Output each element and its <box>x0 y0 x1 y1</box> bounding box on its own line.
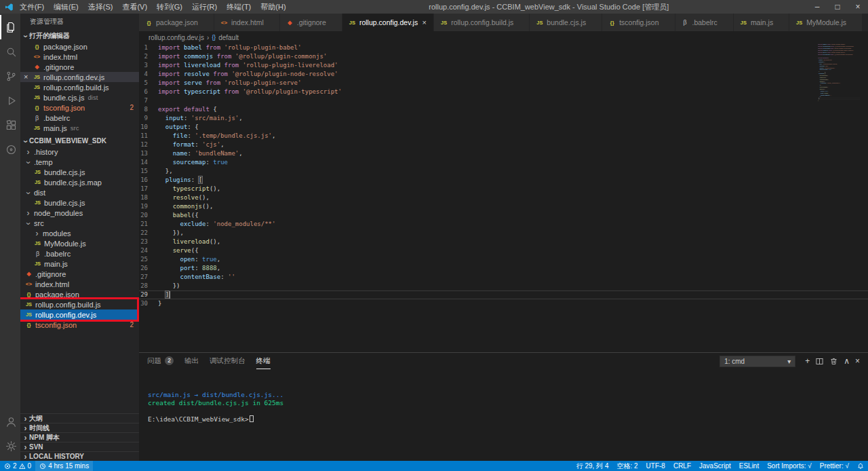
open-editor-.babelrc[interactable]: β.babelrc <box>20 113 139 123</box>
code-line[interactable]: 29 ] <box>139 290 868 299</box>
panel-tab-debug-console[interactable]: 调试控制台 <box>210 353 245 369</box>
maximize-button[interactable]: □ <box>827 0 848 14</box>
activitybar-remote[interactable] <box>0 137 20 162</box>
status-encoding[interactable]: UTF-8 <box>642 461 669 471</box>
minimap[interactable]: import babel from 'rollup-plugin-babel'i… <box>818 43 860 118</box>
open-editor-package.json[interactable]: {}package.json <box>20 41 139 52</box>
code-line[interactable]: 19 commonjs(), <box>139 202 868 211</box>
code-line[interactable]: 13 name: 'bundleName', <box>139 149 868 158</box>
code-line[interactable]: 15 }, <box>139 167 868 176</box>
tab-main.js[interactable]: JSmain.js× <box>734 14 789 31</box>
panel-tab-output[interactable]: 输出 <box>184 353 199 369</box>
code-line[interactable]: 10 output: { <box>139 123 868 132</box>
code-line[interactable]: 12 format: 'cjs', <box>139 140 868 149</box>
status-notifications[interactable] <box>853 461 868 471</box>
code-line[interactable]: 5import serve from 'rollup-plugin-serve' <box>139 79 868 88</box>
code-line[interactable]: 16 plugins: [ <box>139 176 868 185</box>
status-indentation[interactable]: 空格: 2 <box>612 461 642 471</box>
tab-rollup.config.build.js[interactable]: JSrollup.config.build.js× <box>434 14 530 31</box>
tree-item-.temp[interactable]: ›.temp <box>20 157 139 167</box>
code-line[interactable]: 2import commonjs from '@rollup/plugin-co… <box>139 52 868 61</box>
code-line[interactable]: 24 serve({ <box>139 246 868 255</box>
breadcrumb-symbol[interactable]: default <box>218 34 239 41</box>
tab-.gitignore[interactable]: ◆.gitignore× <box>280 14 342 31</box>
tab-.babelrc[interactable]: β.babelrc× <box>675 14 734 31</box>
status-prettier[interactable]: Prettier: √ <box>816 461 853 471</box>
code-line[interactable]: 8export default { <box>139 105 868 114</box>
split-terminal-icon[interactable] <box>815 357 824 366</box>
tree-item-bundle.cjs.js.map[interactable]: JSbundle.cjs.js.map <box>20 177 139 187</box>
tree-item-rollup.config.dev.js[interactable]: JSrollup.config.dev.js <box>20 309 139 320</box>
minimize-button[interactable]: – <box>807 0 827 14</box>
open-editor-.gitignore[interactable]: ◆.gitignore <box>20 62 139 72</box>
tree-item-rollup.config.build.js[interactable]: JSrollup.config.build.js <box>20 299 139 309</box>
sidebar-section-大纲[interactable]: ›大纲 <box>20 413 139 423</box>
sidebar-section-SVN[interactable]: ›SVN <box>20 442 139 451</box>
kill-terminal-icon[interactable] <box>829 357 838 366</box>
tree-item-src[interactable]: ›src <box>20 218 139 228</box>
code-line[interactable]: 21 exclude: 'node_modules/**' <box>139 220 868 229</box>
panel-tab-problems[interactable]: 问题2 <box>147 353 174 369</box>
code-line[interactable]: 28 }) <box>139 282 868 290</box>
breadcrumb-file[interactable]: rollup.config.dev.js <box>149 34 204 41</box>
tab-tsconfig.json[interactable]: {}tsconfig.json× <box>602 14 675 31</box>
menu-item[interactable]: 编辑(E) <box>49 0 83 14</box>
menu-item[interactable]: 终端(T) <box>222 0 256 14</box>
sidebar-section-LOCAL HISTORY[interactable]: ›LOCAL HISTORY <box>20 451 139 461</box>
tree-item-node_modules[interactable]: ›node_modules <box>20 208 139 218</box>
code-line[interactable]: 17 typescript(), <box>139 185 868 193</box>
tree-item-modules[interactable]: ›modules <box>20 228 139 238</box>
code-line[interactable]: 22 }), <box>139 229 868 238</box>
open-editors-header[interactable]: › 打开的编辑器 <box>20 30 139 41</box>
tree-item-bundle.cjs.js[interactable]: JSbundle.cjs.js <box>20 167 139 177</box>
code-line[interactable]: 26 port: 8888, <box>139 264 868 273</box>
code-line[interactable]: 7 <box>139 96 868 105</box>
code-line[interactable]: 1import babel from 'rollup-plugin-babel' <box>139 43 868 52</box>
menu-item[interactable]: 运行(R) <box>187 0 222 14</box>
code-line[interactable]: 11 file: '.temp/bundle.cjs.js', <box>139 132 868 140</box>
status-eol[interactable]: CRLF <box>669 461 695 471</box>
status-problems[interactable]: 20 <box>0 461 35 471</box>
status-time-tracker[interactable]: 4 hrs 15 mins <box>35 461 93 471</box>
menu-item[interactable]: 查看(V) <box>117 0 152 14</box>
activitybar-source-control[interactable] <box>0 64 20 88</box>
menu-item[interactable]: 选择(S) <box>83 0 118 14</box>
tab-package.json[interactable]: {}package.json× <box>139 14 214 31</box>
code-line[interactable]: 23 livereload(), <box>139 238 868 246</box>
activitybar-explorer[interactable] <box>0 15 20 39</box>
tree-item-.babelrc[interactable]: β.babelrc <box>20 248 139 259</box>
editor[interactable]: 1import babel from 'rollup-plugin-babel'… <box>139 43 868 352</box>
code-line[interactable]: 6import typescript from '@rollup/plugin-… <box>139 88 868 96</box>
code-line[interactable]: 9 input: 'src/main.js', <box>139 114 868 123</box>
code-line[interactable]: 27 contentBase: '' <box>139 273 868 282</box>
tree-item-package.json[interactable]: {}package.json <box>20 289 139 299</box>
code-line[interactable]: 30} <box>139 299 868 308</box>
tree-item-index.html[interactable]: <>index.html <box>20 279 139 289</box>
code-line[interactable]: 4import resolve from '@rollup/plugin-nod… <box>139 70 868 79</box>
code-line[interactable]: 20 babel({ <box>139 211 868 220</box>
open-editor-bundle.cjs.js[interactable]: JSbundle.cjs.jsdist <box>20 92 139 102</box>
terminal-picker[interactable]: 1: cmd ▾ <box>719 356 795 367</box>
open-editor-index.html[interactable]: <>index.html <box>20 52 139 62</box>
project-header[interactable]: › CCBIM_WEBVIEW_SDK <box>20 135 139 147</box>
code-line[interactable]: 3import livereload from 'rollup-plugin-l… <box>139 61 868 70</box>
terminal[interactable]: src/main.js → dist/bundle.cjs.js...creat… <box>139 369 868 461</box>
code-area[interactable]: 1import babel from 'rollup-plugin-babel'… <box>139 43 868 308</box>
close-panel-icon[interactable]: × <box>855 357 860 365</box>
open-editor-tsconfig.json[interactable]: {}tsconfig.json2 <box>20 102 139 113</box>
activitybar-account[interactable] <box>0 409 20 434</box>
close-icon[interactable]: × <box>420 18 428 26</box>
tab-bundle.cjs.js[interactable]: JSbundle.cjs.js× <box>530 14 602 31</box>
menu-item[interactable]: 帮助(H) <box>256 0 290 14</box>
status-language[interactable]: JavaScript <box>695 461 735 471</box>
activitybar-run-debug[interactable] <box>0 88 20 113</box>
tree-item-main.js[interactable]: JSmain.js <box>20 259 139 269</box>
activitybar-extensions[interactable] <box>0 113 20 137</box>
close-button[interactable]: × <box>848 0 868 14</box>
status-eslint[interactable]: ESLint <box>735 461 763 471</box>
open-editor-main.js[interactable]: JSmain.jssrc <box>20 123 139 133</box>
tree-item-dist[interactable]: ›dist <box>20 187 139 197</box>
maximize-panel-icon[interactable]: ∧ <box>844 357 850 365</box>
code-line[interactable]: 14 sourcemap: true <box>139 158 868 167</box>
tab-rollup.config.dev.js[interactable]: JSrollup.config.dev.js× <box>342 14 434 31</box>
